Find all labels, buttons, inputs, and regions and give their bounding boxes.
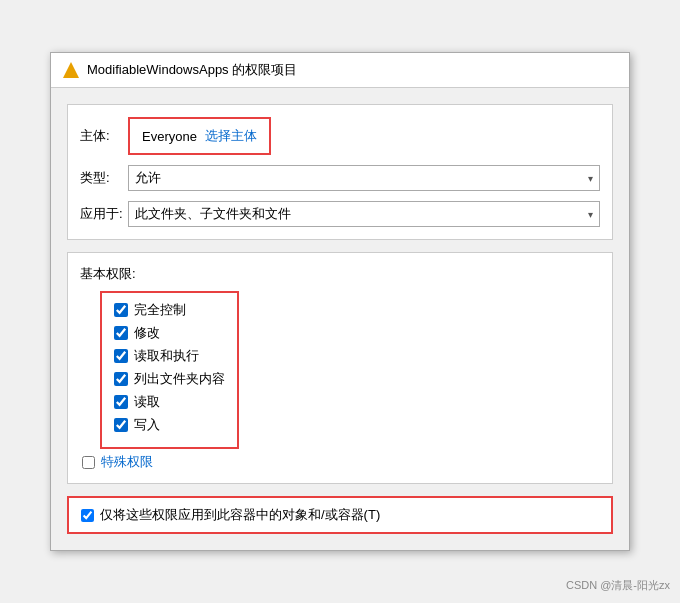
- checkbox-row-listfolder: 列出文件夹内容: [114, 370, 225, 388]
- checkbox-label-list-folder: 列出文件夹内容: [134, 370, 225, 388]
- checkbox-label-apply-only: 仅将这些权限应用到此容器中的对象和/或容器(T): [100, 506, 380, 524]
- apply-to-label: 应用于:: [80, 205, 120, 223]
- special-permissions-link[interactable]: 特殊权限: [101, 453, 153, 471]
- type-label: 类型:: [80, 169, 120, 187]
- checkbox-modify[interactable]: [114, 326, 128, 340]
- type-row: 类型: 允许 ▾: [80, 165, 600, 191]
- top-section: 主体: Everyone 选择主体 类型: 允许 ▾ 应用于: 此文件夹、子文件…: [67, 104, 613, 240]
- dialog-body: 主体: Everyone 选择主体 类型: 允许 ▾ 应用于: 此文件夹、子文件…: [51, 88, 629, 550]
- apply-to-select[interactable]: 此文件夹、子文件夹和文件 ▾: [128, 201, 600, 227]
- checkbox-label-full-control: 完全控制: [134, 301, 186, 319]
- dialog-window: ModifiableWindowsApps 的权限项目 主体: Everyone…: [50, 52, 630, 551]
- apply-to-dropdown-arrow: ▾: [588, 209, 593, 220]
- folder-icon: [63, 62, 79, 78]
- principal-value: Everyone: [142, 129, 197, 144]
- title-bar: ModifiableWindowsApps 的权限项目: [51, 53, 629, 88]
- type-value: 允许: [135, 169, 580, 187]
- checkbox-row-read: 读取: [114, 393, 225, 411]
- checkbox-full-control[interactable]: [114, 303, 128, 317]
- title-bar-text: ModifiableWindowsApps 的权限项目: [87, 61, 297, 79]
- checkbox-row-modify: 修改: [114, 324, 225, 342]
- select-principal-link[interactable]: 选择主体: [205, 127, 257, 145]
- checkbox-list-folder[interactable]: [114, 372, 128, 386]
- apply-only-section: 仅将这些权限应用到此容器中的对象和/或容器(T): [67, 496, 613, 534]
- checkbox-label-modify: 修改: [134, 324, 160, 342]
- checkbox-read[interactable]: [114, 395, 128, 409]
- permissions-section-title: 基本权限:: [80, 265, 600, 283]
- checkbox-apply-only[interactable]: [81, 509, 94, 522]
- permissions-section: 基本权限: 完全控制 修改 读取和执行 列出文件夹内容: [67, 252, 613, 484]
- checkbox-row-full: 完全控制: [114, 301, 225, 319]
- checkbox-row-readexec: 读取和执行: [114, 347, 225, 365]
- checkbox-label-write: 写入: [134, 416, 160, 434]
- principal-label: 主体:: [80, 127, 120, 145]
- special-permissions-row: 特殊权限: [82, 453, 600, 471]
- principal-row: 主体: Everyone 选择主体: [80, 117, 600, 155]
- apply-to-row: 应用于: 此文件夹、子文件夹和文件 ▾: [80, 201, 600, 227]
- type-select[interactable]: 允许 ▾: [128, 165, 600, 191]
- checkbox-read-exec[interactable]: [114, 349, 128, 363]
- checkbox-row-write: 写入: [114, 416, 225, 434]
- checkbox-label-read: 读取: [134, 393, 160, 411]
- checkbox-special-permissions[interactable]: [82, 456, 95, 469]
- principal-section: Everyone 选择主体: [128, 117, 271, 155]
- watermark: CSDN @清晨-阳光zx: [566, 578, 670, 593]
- permissions-box: 完全控制 修改 读取和执行 列出文件夹内容 读取: [100, 291, 239, 449]
- checkbox-write[interactable]: [114, 418, 128, 432]
- type-dropdown-arrow: ▾: [588, 173, 593, 184]
- checkbox-label-read-exec: 读取和执行: [134, 347, 199, 365]
- apply-to-value: 此文件夹、子文件夹和文件: [135, 205, 580, 223]
